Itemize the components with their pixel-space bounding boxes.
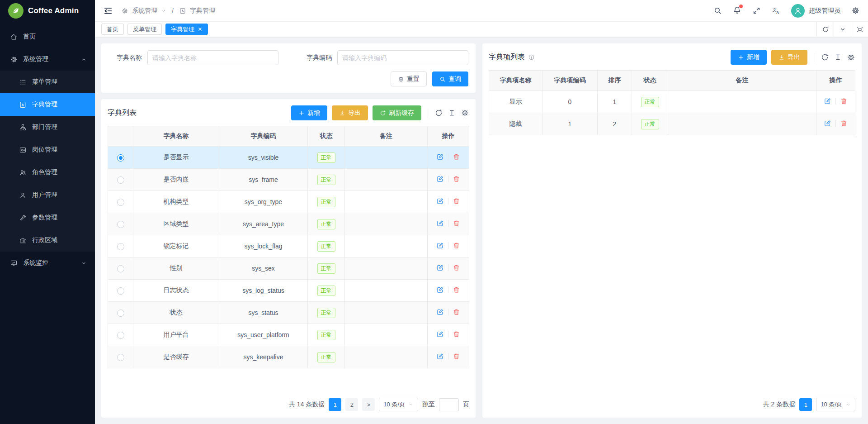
refresh-table-icon[interactable] bbox=[821, 53, 829, 62]
delete-icon[interactable] bbox=[453, 353, 460, 360]
row-radio[interactable] bbox=[117, 265, 124, 272]
edit-icon[interactable] bbox=[436, 308, 444, 316]
row-radio[interactable] bbox=[117, 310, 124, 317]
sidebar-item-role-mgmt[interactable]: 角色管理 bbox=[0, 161, 95, 184]
row-radio[interactable] bbox=[117, 354, 124, 361]
refresh-table-icon[interactable] bbox=[434, 109, 443, 117]
tab-options-button[interactable] bbox=[834, 22, 851, 37]
row-radio[interactable] bbox=[117, 199, 124, 206]
jump-page-input[interactable] bbox=[439, 398, 459, 411]
refresh-tabs-button[interactable] bbox=[816, 22, 834, 37]
delete-icon[interactable] bbox=[453, 308, 460, 316]
notifications-button[interactable] bbox=[733, 6, 741, 16]
row-height-icon[interactable] bbox=[448, 109, 456, 117]
delete-icon[interactable] bbox=[840, 97, 848, 105]
delete-icon[interactable] bbox=[453, 175, 460, 183]
row-radio[interactable] bbox=[117, 154, 124, 162]
export-button[interactable]: 导出 bbox=[332, 105, 368, 120]
table-row[interactable]: 锁定标记 sys_lock_flag 正常 bbox=[108, 235, 469, 257]
add-button[interactable]: 新增 bbox=[291, 105, 327, 120]
translate-icon[interactable] bbox=[772, 6, 780, 15]
sidebar-item-menu-mgmt[interactable]: 菜单管理 bbox=[0, 71, 95, 93]
sidebar-item-system-mgmt[interactable]: 系统管理 bbox=[0, 48, 95, 71]
table-row[interactable]: 用户平台 sys_user_platform 正常 bbox=[108, 324, 469, 346]
column-settings-icon[interactable] bbox=[847, 53, 855, 62]
dict-name: 日志状态 bbox=[133, 280, 219, 302]
table-row[interactable]: 隐藏 1 2 正常 bbox=[489, 113, 855, 135]
info-icon[interactable] bbox=[528, 54, 535, 61]
dict-name-input[interactable] bbox=[147, 50, 278, 65]
tab-menu-mgmt[interactable]: 菜单管理 bbox=[127, 24, 162, 35]
table-row[interactable]: 是否显示 sys_visible 正常 bbox=[108, 147, 469, 169]
delete-icon[interactable] bbox=[453, 197, 460, 205]
row-height-icon[interactable] bbox=[834, 53, 842, 62]
row-radio[interactable] bbox=[117, 332, 124, 339]
close-icon[interactable] bbox=[198, 27, 203, 32]
row-radio[interactable] bbox=[117, 221, 124, 228]
delete-icon[interactable] bbox=[453, 264, 460, 272]
breadcrumb-item-system[interactable]: 系统管理 bbox=[132, 7, 157, 15]
maximize-content-button[interactable] bbox=[851, 22, 868, 37]
chevron-down-icon bbox=[846, 402, 851, 407]
edit-icon[interactable] bbox=[436, 242, 444, 249]
delete-icon[interactable] bbox=[453, 219, 460, 227]
sidebar-item-dept-mgmt[interactable]: 部门管理 bbox=[0, 116, 95, 138]
tab-dict-mgmt[interactable]: 字典管理 bbox=[165, 24, 208, 35]
row-radio[interactable] bbox=[117, 176, 124, 184]
sidebar-collapse-icon[interactable] bbox=[103, 6, 113, 16]
sidebar-item-system-monitor[interactable]: 系统监控 bbox=[0, 252, 95, 274]
table-row[interactable]: 是否内嵌 sys_frame 正常 bbox=[108, 169, 469, 191]
sidebar-item-dict-mgmt[interactable]: 字典管理 bbox=[0, 93, 95, 116]
user-menu[interactable]: 超级管理员 bbox=[791, 4, 840, 18]
delete-icon[interactable] bbox=[840, 119, 848, 127]
add-label: 新增 bbox=[747, 53, 760, 62]
table-row[interactable]: 是否缓存 sys_keepalive 正常 bbox=[108, 346, 469, 368]
search-icon[interactable] bbox=[713, 6, 722, 15]
table-row[interactable]: 状态 sys_status 正常 bbox=[108, 302, 469, 324]
delete-icon[interactable] bbox=[453, 242, 460, 249]
table-row[interactable]: 机构类型 sys_org_type 正常 bbox=[108, 191, 469, 213]
query-button[interactable]: 查询 bbox=[432, 71, 468, 86]
add-item-button[interactable]: 新增 bbox=[731, 50, 767, 65]
page-size-select[interactable]: 10 条/页 bbox=[379, 398, 418, 411]
sidebar-item-param-mgmt[interactable]: 参数管理 bbox=[0, 206, 95, 229]
page-button-1[interactable]: 1 bbox=[799, 398, 812, 411]
edit-icon[interactable] bbox=[824, 119, 831, 127]
sidebar-item-admin-region[interactable]: 行政区域 bbox=[0, 229, 95, 252]
edit-icon[interactable] bbox=[436, 264, 444, 272]
sidebar-item-user-mgmt[interactable]: 用户管理 bbox=[0, 184, 95, 206]
table-row[interactable]: 显示 0 1 正常 bbox=[489, 91, 855, 113]
export-items-button[interactable]: 导出 bbox=[771, 50, 807, 65]
delete-icon[interactable] bbox=[453, 286, 460, 294]
dict-code-input[interactable] bbox=[337, 50, 468, 65]
table-row[interactable]: 区域类型 sys_area_type 正常 bbox=[108, 213, 469, 235]
edit-icon[interactable] bbox=[436, 330, 444, 338]
edit-icon[interactable] bbox=[436, 286, 444, 294]
row-radio[interactable] bbox=[117, 243, 124, 250]
sidebar-item-post-mgmt[interactable]: 岗位管理 bbox=[0, 138, 95, 161]
reset-button[interactable]: 重置 bbox=[391, 71, 427, 86]
delete-icon[interactable] bbox=[453, 330, 460, 338]
delete-icon[interactable] bbox=[453, 153, 460, 161]
edit-icon[interactable] bbox=[436, 353, 444, 360]
settings-gear-icon[interactable] bbox=[851, 6, 860, 15]
row-radio[interactable] bbox=[117, 287, 124, 295]
bank-icon bbox=[19, 237, 27, 244]
page-button-2[interactable]: 2 bbox=[345, 398, 358, 411]
refresh-cache-button[interactable]: 刷新缓存 bbox=[373, 105, 421, 120]
table-row[interactable]: 日志状态 sys_log_status 正常 bbox=[108, 280, 469, 302]
page-size-select[interactable]: 10 条/页 bbox=[816, 398, 855, 411]
id-card-icon bbox=[19, 146, 27, 154]
edit-icon[interactable] bbox=[436, 219, 444, 227]
next-page-button[interactable]: > bbox=[362, 398, 375, 411]
edit-icon[interactable] bbox=[436, 153, 444, 161]
edit-icon[interactable] bbox=[824, 97, 831, 105]
edit-icon[interactable] bbox=[436, 175, 444, 183]
fullscreen-icon[interactable] bbox=[752, 6, 761, 15]
edit-icon[interactable] bbox=[436, 197, 444, 205]
tab-home[interactable]: 首页 bbox=[101, 24, 124, 35]
table-row[interactable]: 性别 sys_sex 正常 bbox=[108, 257, 469, 280]
sidebar-item-home[interactable]: 首页 bbox=[0, 25, 95, 48]
column-settings-icon[interactable] bbox=[461, 109, 469, 117]
page-button-1[interactable]: 1 bbox=[329, 398, 341, 411]
